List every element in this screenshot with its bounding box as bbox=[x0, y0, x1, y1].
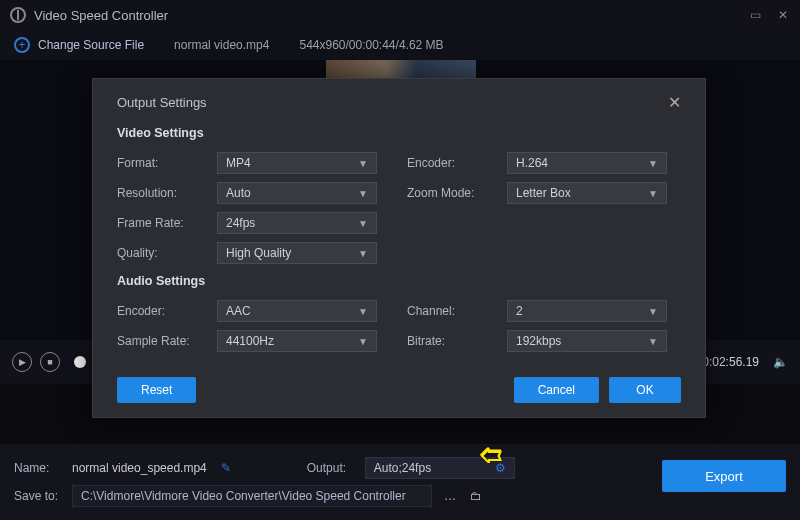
window-title: Video Speed Controller bbox=[34, 8, 748, 23]
dialog-title: Output Settings bbox=[117, 95, 207, 110]
close-window-button[interactable]: ✕ bbox=[776, 8, 790, 22]
sample-rate-dropdown[interactable]: 44100Hz▼ bbox=[217, 330, 377, 352]
edit-name-icon[interactable]: ✎ bbox=[221, 461, 231, 475]
chevron-down-icon: ▼ bbox=[358, 336, 368, 347]
minimize-button[interactable]: ▭ bbox=[748, 8, 762, 22]
change-source-button[interactable]: + Change Source File bbox=[14, 37, 144, 53]
resolution-label: Resolution: bbox=[117, 186, 217, 200]
chevron-down-icon: ▼ bbox=[648, 158, 658, 169]
dialog-close-icon[interactable]: ✕ bbox=[668, 93, 681, 112]
source-filename: normal video.mp4 bbox=[174, 38, 269, 52]
quality-dropdown[interactable]: High Quality▼ bbox=[217, 242, 377, 264]
audio-settings-heading: Audio Settings bbox=[117, 274, 681, 288]
source-meta: 544x960/00:00:44/4.62 MB bbox=[299, 38, 443, 52]
name-value: normal video_speed.mp4 bbox=[72, 461, 207, 475]
chevron-down-icon: ▼ bbox=[358, 306, 368, 317]
frame-rate-dropdown[interactable]: 24fps▼ bbox=[217, 212, 377, 234]
chevron-down-icon: ▼ bbox=[358, 158, 368, 169]
saveto-path[interactable]: C:\Vidmore\Vidmore Video Converter\Video… bbox=[72, 485, 432, 507]
resolution-dropdown[interactable]: Auto▼ bbox=[217, 182, 377, 204]
format-label: Format: bbox=[117, 156, 217, 170]
cancel-button[interactable]: Cancel bbox=[514, 377, 599, 403]
toolbar: + Change Source File normal video.mp4 54… bbox=[0, 30, 800, 60]
sample-rate-label: Sample Rate: bbox=[117, 334, 217, 348]
change-source-label: Change Source File bbox=[38, 38, 144, 52]
reset-button[interactable]: Reset bbox=[117, 377, 196, 403]
bitrate-dropdown[interactable]: 192kbps▼ bbox=[507, 330, 667, 352]
output-label: Output: bbox=[307, 461, 357, 475]
title-bar: Video Speed Controller ▭ ✕ bbox=[0, 0, 800, 30]
seek-handle[interactable] bbox=[74, 356, 86, 368]
browse-folder-button[interactable]: … bbox=[440, 489, 462, 503]
video-encoder-label: Encoder: bbox=[407, 156, 507, 170]
bitrate-label: Bitrate: bbox=[407, 334, 507, 348]
chevron-down-icon: ▼ bbox=[358, 218, 368, 229]
saveto-label: Save to: bbox=[14, 489, 64, 503]
app-logo-icon bbox=[10, 7, 26, 23]
chevron-down-icon: ▼ bbox=[648, 306, 658, 317]
zoom-mode-dropdown[interactable]: Letter Box▼ bbox=[507, 182, 667, 204]
open-folder-icon[interactable]: 🗀 bbox=[470, 489, 482, 503]
video-encoder-dropdown[interactable]: H.264▼ bbox=[507, 152, 667, 174]
export-button[interactable]: Export bbox=[662, 460, 786, 492]
plus-circle-icon: + bbox=[14, 37, 30, 53]
name-label: Name: bbox=[14, 461, 64, 475]
chevron-down-icon: ▼ bbox=[648, 188, 658, 199]
audio-encoder-label: Encoder: bbox=[117, 304, 217, 318]
output-value: Auto;24fps bbox=[374, 461, 431, 475]
ok-button[interactable]: OK bbox=[609, 377, 681, 403]
chevron-down-icon: ▼ bbox=[358, 188, 368, 199]
quality-label: Quality: bbox=[117, 246, 217, 260]
format-dropdown[interactable]: MP4▼ bbox=[217, 152, 377, 174]
bottom-panel: Name: normal video_speed.mp4 ✎ Output: A… bbox=[0, 444, 800, 520]
video-settings-heading: Video Settings bbox=[117, 126, 681, 140]
frame-rate-label: Frame Rate: bbox=[117, 216, 217, 230]
volume-icon[interactable]: 🔈 bbox=[773, 355, 788, 369]
channel-dropdown[interactable]: 2▼ bbox=[507, 300, 667, 322]
audio-encoder-dropdown[interactable]: AAC▼ bbox=[217, 300, 377, 322]
play-button[interactable]: ▶ bbox=[12, 352, 32, 372]
stop-button[interactable]: ■ bbox=[40, 352, 60, 372]
channel-label: Channel: bbox=[407, 304, 507, 318]
chevron-down-icon: ▼ bbox=[648, 336, 658, 347]
zoom-mode-label: Zoom Mode: bbox=[407, 186, 507, 200]
chevron-down-icon: ▼ bbox=[358, 248, 368, 259]
output-settings-dialog: Output Settings ✕ Video Settings Format:… bbox=[92, 78, 706, 418]
annotation-arrow-icon: ➱ bbox=[480, 438, 503, 471]
